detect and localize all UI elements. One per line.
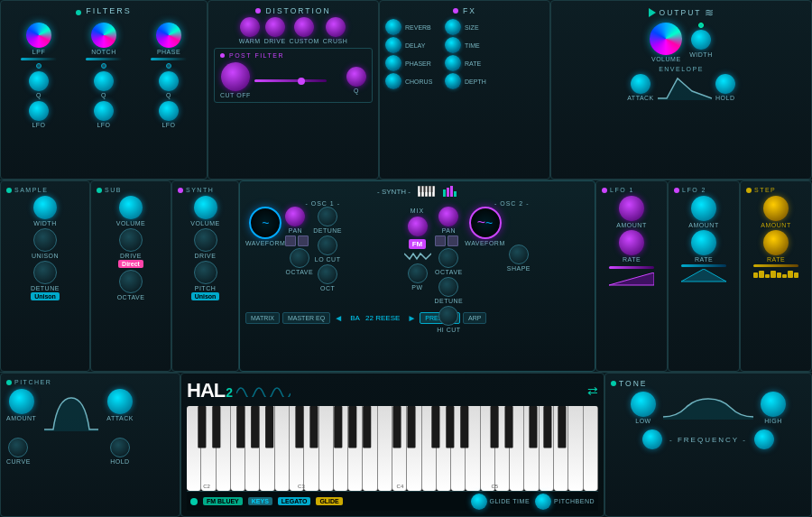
white-key-6[interactable] [260, 406, 274, 491]
sub-octave-knob[interactable] [119, 270, 143, 293]
fx-reverb-toggle[interactable] [385, 19, 401, 35]
notch-lfo-knob[interactable] [94, 101, 114, 121]
white-key-19[interactable] [451, 406, 466, 491]
keys-badge[interactable]: KEYS [248, 497, 272, 505]
lpf-lfo-knob[interactable] [29, 101, 49, 121]
lpf-q-knob[interactable] [29, 71, 49, 91]
white-key-13[interactable] [363, 406, 377, 491]
fx-size-knob[interactable] [445, 19, 461, 35]
step-amount-knob[interactable] [763, 196, 789, 221]
hold-knob[interactable] [715, 74, 735, 94]
nav-next-btn[interactable]: ► [406, 313, 417, 324]
synth-pitch-knob[interactable] [194, 261, 217, 284]
drive-knob[interactable] [265, 17, 285, 37]
matrix-btn[interactable]: MATRIX [245, 312, 280, 324]
pitchbend-knob[interactable] [535, 494, 551, 510]
sub-drive-knob[interactable] [119, 228, 143, 252]
osc1-octave-knob[interactable] [290, 248, 309, 268]
white-key-28[interactable] [584, 406, 598, 491]
osc2-square2[interactable] [448, 235, 458, 246]
phase-knob[interactable] [156, 23, 181, 48]
fx-time-knob[interactable] [445, 37, 461, 53]
phase-slider[interactable] [151, 58, 187, 60]
osc1-waveform-knob[interactable] [249, 207, 281, 239]
white-key-21[interactable] [481, 406, 495, 491]
fm-box[interactable]: FM [409, 239, 427, 249]
white-key-24[interactable] [524, 406, 539, 491]
notch-q-knob[interactable] [94, 71, 114, 91]
pw-knob[interactable] [408, 263, 428, 283]
glide-time-knob[interactable] [471, 494, 487, 510]
lfo1-rate-knob[interactable] [619, 230, 644, 255]
sample-detune-knob[interactable] [33, 261, 57, 284]
osc1-square2[interactable] [298, 235, 309, 246]
post-q-knob[interactable] [346, 67, 366, 87]
pitcher-attack-knob[interactable] [107, 389, 133, 414]
fx-delay-toggle[interactable] [385, 37, 401, 53]
fx-chorus-toggle[interactable] [385, 73, 401, 89]
warm-knob[interactable] [240, 17, 260, 37]
sample-unison-knob[interactable] [33, 228, 57, 252]
osc1-locut-knob[interactable] [318, 207, 337, 226]
white-key-20[interactable] [466, 406, 480, 491]
white-key-1[interactable] [187, 406, 201, 491]
arp-btn[interactable]: ARP [463, 312, 486, 324]
white-key-16[interactable] [407, 406, 421, 491]
osc1-detune-knob[interactable] [318, 235, 337, 255]
fx-depth-knob[interactable] [445, 73, 461, 89]
white-key-11[interactable] [334, 406, 348, 491]
osc2-hicut-knob[interactable] [438, 248, 458, 268]
osc2-waveform-knob[interactable]: ~ [469, 207, 502, 239]
notch-knob[interactable] [91, 23, 116, 48]
white-key-26[interactable] [554, 406, 568, 491]
white-key-5[interactable] [245, 406, 260, 491]
synth-volume-knob[interactable] [194, 196, 217, 219]
cutoff-knob[interactable] [221, 62, 250, 91]
osc2-shape-knob[interactable] [509, 245, 529, 264]
freq-high-knob[interactable] [754, 429, 774, 449]
pitcher-curve-knob[interactable] [8, 438, 28, 457]
lfo1-amount-knob[interactable] [619, 196, 644, 221]
tone-high-knob[interactable] [761, 392, 786, 417]
white-key-4[interactable] [231, 406, 245, 491]
lpf-slider[interactable] [21, 58, 57, 60]
white-key-22[interactable] [495, 406, 510, 491]
white-key-25[interactable] [540, 406, 554, 491]
pitcher-hold-knob[interactable] [110, 438, 130, 457]
volume-knob[interactable] [650, 23, 682, 55]
white-key-2[interactable] [201, 406, 216, 491]
fx-rate-knob[interactable] [445, 55, 461, 71]
phase-lfo-knob[interactable] [159, 101, 179, 121]
lpf-knob[interactable] [26, 23, 51, 48]
pitcher-amount-knob[interactable] [9, 389, 34, 414]
post-filter-thumb[interactable] [298, 78, 305, 85]
legato-badge[interactable]: LEGATO [278, 497, 311, 505]
white-key-15[interactable] [392, 406, 407, 491]
osc2-square1[interactable] [435, 235, 446, 246]
phase-q-knob[interactable] [159, 71, 179, 91]
nav-prev-btn[interactable]: ◄ [333, 313, 344, 324]
play-icon[interactable] [649, 8, 656, 17]
shuffle-btn[interactable]: ⇄ [587, 383, 598, 398]
osc1-pan-knob[interactable] [285, 207, 305, 226]
width-knob[interactable] [691, 30, 711, 50]
sub-volume-knob[interactable] [119, 196, 143, 219]
glide-badge[interactable]: GLIDE [316, 497, 342, 505]
synth-drive-knob[interactable] [194, 228, 217, 252]
step-rate-knob[interactable] [763, 230, 789, 255]
tone-low-knob[interactable] [631, 392, 656, 417]
attack-knob[interactable] [631, 74, 651, 94]
white-key-17[interactable] [422, 406, 437, 491]
osc2-octave-knob[interactable] [438, 277, 458, 297]
mix-knob[interactable] [408, 217, 428, 236]
lfo2-amount-knob[interactable] [691, 196, 716, 221]
white-key-10[interactable] [319, 406, 334, 491]
custom-knob[interactable] [294, 17, 314, 37]
osc1-square1[interactable] [285, 235, 296, 246]
crush-knob[interactable] [326, 17, 346, 37]
white-key-23[interactable] [510, 406, 524, 491]
white-key-7[interactable] [275, 406, 290, 491]
freq-low-knob[interactable] [642, 429, 662, 449]
post-filter-slider[interactable] [254, 79, 327, 82]
white-key-12[interactable] [348, 406, 363, 491]
